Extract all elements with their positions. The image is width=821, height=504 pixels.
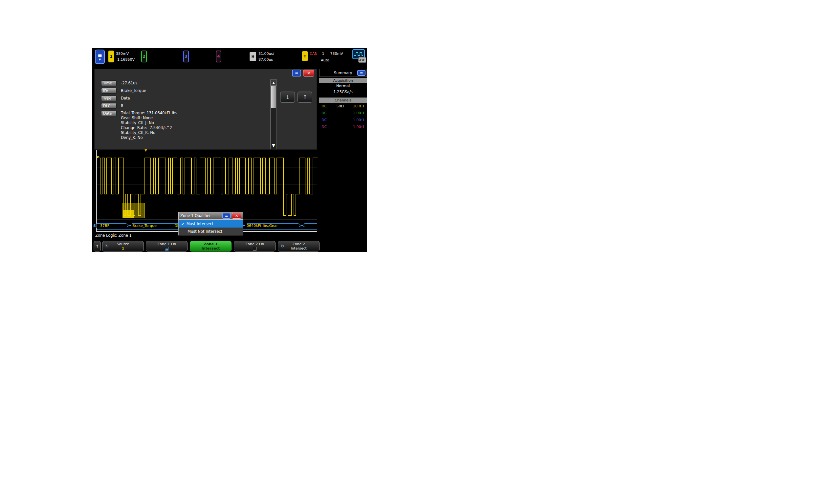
- scroll-down-button[interactable]: ↓: [280, 92, 295, 103]
- popup-close-button[interactable]: ✕: [232, 213, 241, 219]
- menu-icon: ≡: [225, 214, 228, 218]
- refresh-icon: ↻: [281, 244, 284, 248]
- summary-sidebar: Summary ≡ Acquisition Normal 1.25GSa/s C…: [319, 69, 367, 130]
- id-value: Brake_Torque: [121, 88, 146, 94]
- lister-close-button[interactable]: ✕: [303, 70, 314, 77]
- zone1-on-label: Zone 1 On: [157, 242, 176, 246]
- data-line: Change_Rate: -7.540ft/s^2: [121, 125, 177, 130]
- close-icon: ✕: [307, 71, 310, 76]
- ch3-probe: 1.00:1: [349, 118, 365, 122]
- field-row-time: Time -27.61us: [101, 80, 137, 86]
- source-label: Source: [117, 242, 129, 246]
- channel-4-badge[interactable]: 4: [216, 51, 221, 62]
- menu-item-must-intersect[interactable]: ✔ Must Intersect: [179, 220, 243, 228]
- lister-menu-button[interactable]: ≡: [292, 70, 301, 77]
- serial-bus-marker: S: [93, 224, 97, 228]
- chevron-down-icon: ▼: [99, 58, 101, 61]
- acquisition-header: Acquisition: [319, 78, 367, 83]
- zone2-on-checkbox: [253, 247, 256, 251]
- menu-icon: ≡: [98, 53, 102, 58]
- ch1-coupling: DC: [322, 104, 331, 108]
- softkey-back-button[interactable]: ↑: [94, 241, 101, 252]
- zone2-mode-line1: Zone 2: [292, 242, 305, 246]
- ch2-probe: 1.00:1: [349, 111, 365, 115]
- mini-waveform-glyph-2: [359, 58, 365, 62]
- time-label-button[interactable]: Time: [101, 80, 117, 86]
- zone2-mode-line2: Intersect: [291, 246, 307, 251]
- arrow-up-icon: ↑: [96, 244, 99, 249]
- ch2-coupling: DC: [322, 111, 331, 115]
- softkey-source[interactable]: ↻ Source 1: [102, 241, 144, 252]
- lister-scrollbar[interactable]: ▲ ▼: [270, 79, 277, 149]
- menu-item-must-not-intersect[interactable]: Must Not Intersect: [179, 228, 243, 235]
- menu-icon: ≡: [360, 71, 363, 75]
- main-menu-button[interactable]: ≡ ▼: [95, 50, 105, 64]
- scrollbar-thumb[interactable]: [271, 86, 276, 108]
- summary-title-bar: Summary ≡: [319, 69, 367, 77]
- trigger-mode: Auto: [321, 58, 329, 62]
- channel-1-ground-marker: ▶: [97, 155, 100, 158]
- trigger-position-marker[interactable]: ▼: [144, 148, 147, 152]
- channels-header: Channels: [319, 98, 367, 103]
- status-text: Zone Logic: Zone 1: [95, 233, 132, 238]
- arrow-down-icon: ↓: [285, 94, 290, 100]
- lister-panel: ≡ ✕ Time -27.61us ID: Brake_Torque Type …: [94, 69, 317, 150]
- softkey-bar: ↑ ↻ Source 1 Zone 1 On Zone 1 Intersect …: [92, 241, 367, 252]
- channel-2-badge[interactable]: 2: [141, 51, 147, 62]
- type-label-button[interactable]: Type: [101, 96, 117, 101]
- data-line: Total_Torque: 131.0640kFt-lbs: [121, 111, 177, 116]
- softkey-zone1-on[interactable]: Zone 1 On: [146, 241, 188, 252]
- horizontal-badge[interactable]: H: [250, 52, 256, 61]
- trigger-info-line: CAN 1 -730mV: [310, 52, 343, 56]
- zone-1-handle[interactable]: [123, 210, 134, 218]
- page: ≡ ▼ 1 380mV -1.16850V 2 3 4 H 31.00us/ 8…: [0, 0, 821, 504]
- top-bar: ≡ ▼ 1 380mV -1.16850V 2 3 4 H 31.00us/ 8…: [92, 48, 367, 67]
- summary-menu-button[interactable]: ≡: [357, 70, 366, 76]
- refresh-icon: ↻: [105, 244, 109, 248]
- scrollbar-down-icon[interactable]: ▼: [271, 142, 277, 149]
- scroll-up-button[interactable]: ↑: [298, 92, 312, 103]
- softkey-zone2-mode[interactable]: ↻ Zone 2 Intersect: [278, 241, 320, 252]
- field-row-data: Data Total_Torque: 131.0640kFt-lbs Gear_…: [101, 111, 177, 140]
- softkey-zone1-mode[interactable]: Zone 1 Intersect: [190, 241, 232, 252]
- channel-1-scale: 380mV: [116, 51, 135, 57]
- popup-menu-button[interactable]: ≡: [222, 213, 231, 219]
- dlc-label-button[interactable]: DLC:: [101, 103, 117, 109]
- menu-icon: ≡: [295, 71, 298, 76]
- scrollbar-up-icon[interactable]: ▲: [271, 80, 277, 86]
- channel-summary-row: DC 1.00:1: [319, 123, 367, 130]
- popup-title-bar[interactable]: Zone 1 Qualifier ≡ ✕: [178, 212, 243, 220]
- field-row-id: ID: Brake_Torque: [101, 88, 146, 94]
- data-line: Stability_Ctl_J: No: [121, 121, 177, 125]
- source-value: 1: [122, 246, 124, 251]
- ch4-coupling: DC: [322, 125, 331, 129]
- zone1-on-checkbox: [165, 247, 168, 251]
- close-icon: ✕: [235, 214, 238, 218]
- decode-frame-data: 0640kFt-lbs;Gear: [245, 224, 279, 228]
- id-label-button[interactable]: ID:: [101, 88, 117, 94]
- channel-1-offset: -1.16850V: [116, 57, 135, 63]
- zone-1-region[interactable]: [122, 203, 145, 218]
- trigger-level: -730mV: [329, 52, 343, 56]
- bus-transition-icon: ><: [299, 223, 304, 228]
- time-value: -27.61us: [121, 80, 137, 86]
- data-value: Total_Torque: 131.0640kFt-lbs Gear_Shift…: [121, 111, 177, 140]
- summary-title: Summary: [334, 71, 352, 75]
- check-icon: ✔: [181, 222, 185, 226]
- data-label-button[interactable]: Data: [101, 111, 117, 116]
- acquisition-mode: Normal: [319, 83, 367, 89]
- oscilloscope-screen: ≡ ▼ 1 380mV -1.16850V 2 3 4 H 31.00us/ 8…: [92, 48, 367, 252]
- channel-3-badge[interactable]: 3: [183, 51, 189, 62]
- thumbnail-display-icon[interactable]: [358, 57, 366, 63]
- type-value: Data: [121, 96, 130, 101]
- sample-rate: 1.25GSa/s: [319, 89, 367, 95]
- data-line: Gear_Shift: None: [121, 116, 177, 121]
- data-line: Stability_Ctl_K: No: [121, 130, 177, 135]
- channel-1-badge[interactable]: 1: [108, 51, 114, 62]
- trigger-badge[interactable]: T: [302, 51, 308, 61]
- popup-title: Zone 1 Qualifier: [180, 213, 221, 218]
- softkey-zone2-on[interactable]: Zone 2 On: [234, 241, 276, 252]
- ch3-coupling: DC: [322, 118, 331, 122]
- mini-waveform-glyph: [354, 51, 363, 57]
- decode-frame-id-name: Brake_Torque: [131, 224, 158, 228]
